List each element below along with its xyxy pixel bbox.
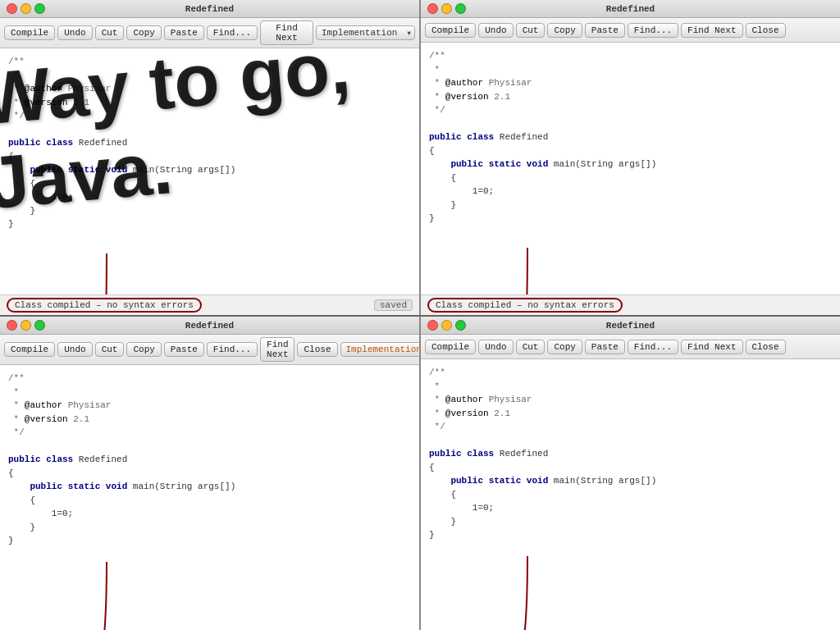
- editor-top-left[interactable]: /** * * @author Physisar * @version 2.1 …: [0, 48, 419, 294]
- window-controls-bottom-right: [427, 320, 466, 331]
- min-button-bottom-left[interactable]: [21, 320, 31, 331]
- status-text-top-left: Class compiled – no syntax errors: [7, 298, 202, 313]
- min-button-top-left[interactable]: [21, 3, 31, 14]
- paste-button-tr[interactable]: Paste: [585, 23, 625, 38]
- max-button-bottom-left[interactable]: [34, 320, 45, 331]
- title-bar-bottom-left: Redefined: [0, 317, 419, 335]
- copy-button-tl[interactable]: Copy: [126, 25, 161, 40]
- undo-button-br[interactable]: Undo: [478, 340, 513, 354]
- copy-button-bl[interactable]: Copy: [126, 342, 161, 357]
- max-button-top-left[interactable]: [34, 3, 45, 14]
- compile-button-tr[interactable]: Compile: [425, 23, 476, 38]
- undo-button-bl[interactable]: Undo: [57, 342, 92, 357]
- toolbar-bottom-right: Compile Undo Cut Copy Paste Find... Find…: [421, 335, 840, 359]
- close-button-bottom-right[interactable]: [427, 320, 438, 331]
- editor-bottom-left[interactable]: /** * * @author Physisar * @version 2.1 …: [0, 365, 419, 630]
- status-bar-top-right: Class compiled – no syntax errors: [421, 294, 840, 315]
- close-button-bottom-left[interactable]: [7, 320, 17, 331]
- code-top-right: /** * * @author Physisar * @version 2.1 …: [429, 49, 832, 226]
- window-top-left: Redefined Compile Undo Cut Copy Paste Fi…: [0, 0, 420, 315]
- code-top-left: /** * * @author Physisar * @version 2.1 …: [8, 55, 411, 231]
- editor-top-right[interactable]: /** * * @author Physisar * @version 2.1 …: [421, 43, 840, 294]
- min-button-top-right[interactable]: [441, 3, 452, 14]
- saved-badge-top-left: saved: [374, 299, 413, 311]
- close-button-toolbar-br[interactable]: Close: [746, 340, 786, 354]
- window-controls-bottom-left: [7, 320, 45, 331]
- cut-button-bl[interactable]: Cut: [95, 342, 125, 357]
- title-bar-bottom-right: Redefined: [421, 317, 840, 335]
- toolbar-bottom-left: Compile Undo Cut Copy Paste Find... Find…: [0, 335, 419, 365]
- paste-button-tl[interactable]: Paste: [164, 25, 204, 40]
- cut-button-br[interactable]: Cut: [516, 340, 546, 354]
- toolbar-top-left: Compile Undo Cut Copy Paste Find... Find…: [0, 18, 419, 48]
- paste-button-br[interactable]: Paste: [585, 340, 625, 354]
- status-bar-top-left: Class compiled – no syntax errors saved: [0, 294, 419, 315]
- window-title-top-left: Redefined: [185, 4, 234, 14]
- compile-button-br[interactable]: Compile: [425, 340, 476, 354]
- cut-button-tr[interactable]: Cut: [516, 23, 546, 38]
- close-button-top-left[interactable]: [7, 3, 17, 14]
- title-bar-top-left: Redefined: [0, 0, 419, 18]
- window-bottom-right: Redefined Compile Undo Cut Copy Paste Fi…: [420, 317, 840, 630]
- code-bottom-right: /** * * @author Physisar * @version 2.1 …: [429, 366, 832, 542]
- implementation-dropdown-tl[interactable]: Implementation Interface: [316, 25, 415, 40]
- close-button-top-right[interactable]: [427, 3, 438, 14]
- window-title-bottom-right: Redefined: [606, 321, 655, 331]
- find-button-tr[interactable]: Find...: [628, 23, 678, 38]
- findnext-button-br[interactable]: Find Next: [681, 340, 742, 354]
- window-bottom-left: Redefined Compile Undo Cut Copy Paste Fi…: [0, 317, 420, 630]
- implementation-dropdown-bl[interactable]: Implementation Interface: [340, 342, 421, 357]
- findnext-button-tl[interactable]: Find Next: [260, 21, 313, 45]
- window-title-top-right: Redefined: [606, 4, 655, 14]
- dropdown-wrapper-tl: Implementation Interface: [316, 25, 415, 40]
- max-button-bottom-right[interactable]: [455, 320, 466, 331]
- find-button-br[interactable]: Find...: [628, 340, 678, 354]
- window-title-bottom-left: Redefined: [185, 321, 234, 331]
- compile-button-bl[interactable]: Compile: [4, 342, 55, 357]
- window-controls-top-right: [427, 3, 466, 14]
- title-bar-top-right: Redefined: [421, 0, 840, 18]
- cut-button-tl[interactable]: Cut: [95, 25, 125, 40]
- toolbar-top-right: Compile Undo Cut Copy Paste Find... Find…: [421, 18, 840, 43]
- window-top-right: Redefined Compile Undo Cut Copy Paste Fi…: [420, 0, 840, 315]
- code-bottom-left: /** * * @author Physisar * @version 2.1 …: [8, 372, 411, 548]
- status-text-top-right: Class compiled – no syntax errors: [427, 298, 623, 313]
- find-button-bl[interactable]: Find...: [207, 342, 258, 357]
- dropdown-wrapper-bl: Implementation Interface: [340, 342, 421, 357]
- close-button-toolbar-bl[interactable]: Close: [297, 342, 337, 357]
- findnext-button-tr[interactable]: Find Next: [681, 23, 742, 38]
- find-button-tl[interactable]: Find...: [207, 25, 258, 40]
- window-controls-top-left: [7, 3, 45, 14]
- undo-button-tr[interactable]: Undo: [478, 23, 513, 38]
- findnext-button-bl[interactable]: Find Next: [260, 337, 294, 362]
- paste-button-bl[interactable]: Paste: [164, 342, 204, 357]
- compile-button-tl[interactable]: Compile: [4, 25, 55, 40]
- min-button-bottom-right[interactable]: [441, 320, 452, 331]
- editor-bottom-right[interactable]: /** * * @author Physisar * @version 2.1 …: [421, 359, 840, 630]
- undo-button-tl[interactable]: Undo: [57, 25, 92, 40]
- close-button-toolbar-tr[interactable]: Close: [746, 23, 786, 38]
- max-button-top-right[interactable]: [455, 3, 466, 14]
- copy-button-tr[interactable]: Copy: [547, 23, 582, 38]
- copy-button-br[interactable]: Copy: [547, 340, 582, 354]
